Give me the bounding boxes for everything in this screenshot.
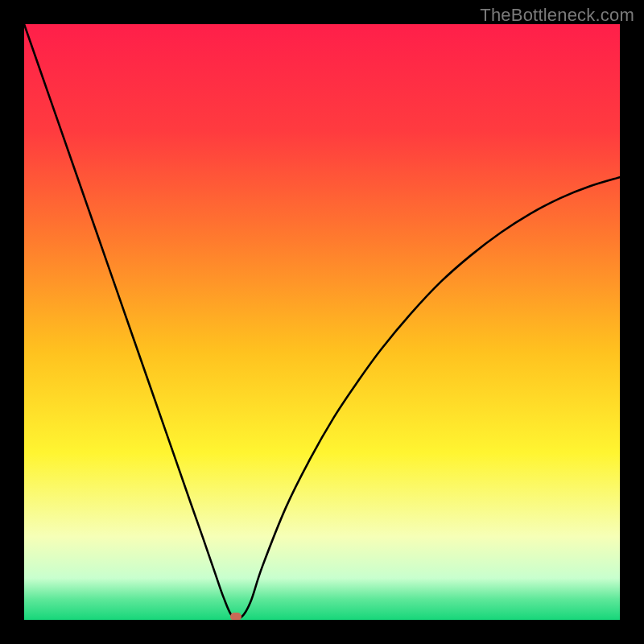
plot-area bbox=[24, 24, 620, 620]
bottleneck-curve bbox=[24, 24, 620, 620]
optimum-marker bbox=[230, 613, 242, 620]
attribution-label: TheBottleneck.com bbox=[480, 5, 634, 26]
chart-frame: TheBottleneck.com bbox=[0, 0, 644, 644]
